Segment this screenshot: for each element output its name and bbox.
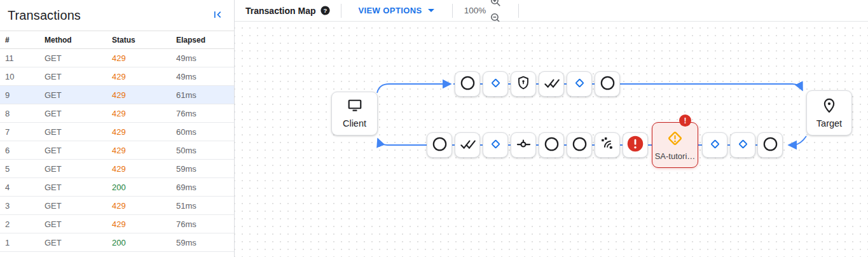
stream-icon	[600, 136, 616, 155]
transaction-cell-status: 429	[112, 164, 176, 174]
circle-icon	[571, 135, 588, 155]
transaction-cell-elapsed: 59ms	[176, 164, 234, 174]
transaction-cell-method: GET	[45, 127, 112, 137]
transaction-cell-method: GET	[45, 238, 112, 247]
flow-step-card[interactable]	[455, 132, 480, 158]
transaction-row[interactable]: 1GET20059ms	[0, 233, 234, 252]
flow-step-card[interactable]	[483, 71, 508, 97]
error-icon	[626, 135, 644, 155]
transaction-cell-num: 1	[5, 238, 45, 247]
transaction-row[interactable]: 3GET42951ms	[0, 197, 234, 215]
zoom-in-button[interactable]	[487, 0, 504, 11]
flow-step-card[interactable]	[427, 132, 452, 158]
transaction-cell-status: 429	[112, 146, 176, 155]
transaction-row[interactable]: 10GET42949ms	[0, 67, 234, 86]
flow-step-card[interactable]	[483, 132, 508, 158]
circle-icon	[762, 135, 779, 155]
transaction-cell-status: 200	[112, 183, 176, 192]
flow-step-card[interactable]	[595, 132, 620, 158]
transactions-table-header: # Method Status Elapsed	[0, 31, 234, 49]
transaction-cell-elapsed: 49ms	[176, 72, 234, 81]
transaction-cell-elapsed: 51ms	[176, 201, 234, 211]
transaction-cell-num: 7	[5, 127, 45, 137]
svg-text:?: ?	[324, 7, 327, 14]
transaction-cell-elapsed: 69ms	[176, 183, 234, 192]
transaction-cell-status: 429	[112, 201, 176, 211]
target-node[interactable]: Target	[806, 90, 852, 135]
zoom-level-value: 100%	[464, 6, 486, 15]
flow-step-card[interactable]	[539, 132, 564, 158]
transaction-cell-num: 11	[5, 53, 45, 63]
toolbar-divider	[518, 4, 519, 18]
flow-step-card[interactable]	[702, 132, 727, 158]
transactions-panel-header: Transactions	[0, 0, 234, 31]
diamond-icon	[488, 76, 503, 93]
transaction-row[interactable]: 4GET20069ms	[0, 178, 234, 197]
transaction-cell-num: 4	[5, 183, 45, 192]
transaction-cell-elapsed: 50ms	[176, 146, 234, 155]
toolbar-divider	[341, 4, 341, 18]
client-node[interactable]: Client	[331, 92, 378, 135]
flow-step-card[interactable]	[455, 71, 480, 97]
flow-step-card[interactable]	[511, 132, 536, 158]
transaction-cell-method: GET	[45, 146, 112, 155]
flow-step-card[interactable]	[623, 132, 648, 158]
debug-session-view: Transactions # Method Status Elapsed 11G…	[0, 0, 868, 257]
double-check-icon	[459, 135, 476, 155]
flow-step-card[interactable]	[567, 132, 592, 158]
flow-step-card[interactable]	[757, 132, 783, 158]
zoom-in-icon	[490, 0, 502, 10]
flow-step-card[interactable]	[567, 71, 592, 97]
collapse-panel-icon	[211, 8, 224, 23]
transaction-cell-method: GET	[45, 53, 112, 63]
view-options-label: VIEW OPTIONS	[358, 6, 422, 15]
client-label: Client	[343, 118, 366, 128]
transaction-cell-elapsed: 59ms	[176, 238, 234, 247]
place-pin-icon	[821, 97, 837, 116]
help-icon[interactable]: ?	[320, 5, 331, 16]
column-header-elapsed: Elapsed	[176, 36, 234, 45]
flow-step-card[interactable]	[539, 71, 564, 97]
transaction-row[interactable]: 6GET42950ms	[0, 141, 234, 160]
chevron-down-icon	[428, 9, 434, 12]
transaction-row[interactable]: 11GET42949ms	[0, 49, 234, 67]
transaction-row[interactable]: 9GET42961ms	[0, 86, 234, 104]
transaction-cell-status: 429	[112, 219, 176, 229]
diamond-icon	[736, 137, 750, 154]
transaction-cell-status: 200	[112, 238, 176, 247]
transaction-cell-num: 9	[5, 90, 45, 100]
transaction-cell-num: 2	[5, 219, 45, 229]
transaction-cell-status: 429	[112, 90, 176, 100]
transaction-cell-num: 3	[5, 201, 45, 211]
circle-icon	[599, 74, 616, 94]
flow-step-card[interactable]	[730, 132, 755, 158]
column-header-num: #	[5, 36, 45, 45]
transaction-row[interactable]: 7GET42960ms	[0, 123, 234, 141]
column-header-method: Method	[45, 36, 112, 45]
error-policy-node[interactable]: ! SA-tutori…	[652, 122, 698, 168]
transaction-cell-method: GET	[45, 164, 112, 174]
warning-diamond-icon	[666, 129, 684, 150]
transactions-title: Transactions	[8, 8, 81, 23]
transaction-row[interactable]: 2GET42976ms	[0, 215, 234, 233]
transaction-cell-elapsed: 76ms	[176, 109, 234, 118]
transaction-row[interactable]: 5GET42959ms	[0, 160, 234, 178]
diamond-icon	[708, 137, 722, 154]
transaction-map-toolbar: Transaction Map ? VIEW OPTIONS 100%	[235, 0, 868, 22]
flow-step-card[interactable]	[511, 71, 536, 97]
toolbar-divider	[452, 4, 453, 18]
error-badge: !	[679, 115, 691, 127]
flow-step-card[interactable]	[595, 71, 620, 97]
view-options-button[interactable]: VIEW OPTIONS	[358, 6, 434, 15]
transaction-cell-method: GET	[45, 183, 112, 192]
target-label: Target	[816, 118, 842, 128]
transactions-panel: Transactions # Method Status Elapsed 11G…	[0, 0, 234, 257]
transaction-cell-num: 5	[5, 164, 45, 174]
transaction-cell-num: 8	[5, 109, 45, 118]
transaction-cell-elapsed: 76ms	[176, 219, 234, 229]
transaction-cell-method: GET	[45, 72, 112, 81]
shield-icon	[516, 75, 531, 93]
transaction-row[interactable]: 8GET42976ms	[0, 104, 234, 123]
collapse-panel-button[interactable]	[210, 8, 225, 23]
transaction-cell-status: 429	[112, 72, 176, 81]
